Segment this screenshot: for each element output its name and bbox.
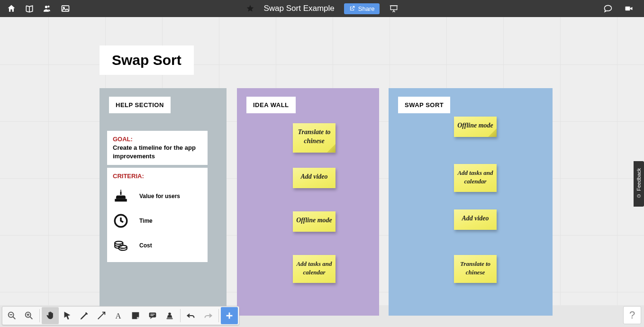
toolbar-separator [39, 309, 40, 322]
swap-sort-panel[interactable]: SWAP SORT Offline mode Add tasks and cal… [389, 88, 553, 316]
svg-rect-15 [150, 315, 153, 316]
pan-tool[interactable] [42, 307, 59, 324]
sticky-note[interactable]: Add video [293, 168, 336, 188]
redo-button[interactable] [200, 307, 217, 324]
feedback-label: Feedback [636, 168, 642, 191]
add-button[interactable] [221, 307, 238, 324]
criteria-label: Value for users [139, 193, 180, 200]
arrow-tool[interactable] [93, 307, 110, 324]
svg-rect-17 [167, 318, 173, 319]
select-tool[interactable] [59, 307, 76, 324]
svg-rect-5 [115, 199, 127, 202]
criteria-box[interactable]: CRITERIA: Value for users Time Cost [107, 168, 208, 262]
svg-point-9 [119, 245, 127, 248]
help-button[interactable]: ? [623, 306, 641, 324]
sticky-note[interactable]: Offline mode [454, 117, 497, 137]
feedback-tab[interactable]: ☺ Feedback [634, 161, 644, 207]
undo-button[interactable] [182, 307, 200, 324]
top-toolbar-left [0, 4, 70, 13]
bottom-toolbar: A [2, 306, 239, 325]
criteria-label: Cost [139, 242, 152, 249]
sticky-note[interactable]: Translate to chinese [293, 123, 336, 153]
svg-rect-1 [62, 6, 69, 11]
idea-wall-panel[interactable]: IDEA WALL Translate to chinese Add video… [237, 88, 379, 316]
present-icon[interactable] [389, 4, 399, 13]
svg-rect-6 [120, 191, 122, 195]
share-button-label: Share [358, 5, 375, 12]
swap-sort-label[interactable]: SWAP SORT [398, 97, 450, 113]
chat-icon[interactable] [603, 4, 613, 13]
comment-tool[interactable] [144, 307, 161, 324]
image-icon[interactable] [61, 4, 70, 13]
sticky-note[interactable]: Add tasks and calendar [454, 164, 497, 192]
sticky-note[interactable]: Add tasks and calendar [293, 255, 336, 283]
svg-text:A: A [116, 311, 121, 320]
board-title[interactable]: Swap Sort [100, 45, 194, 75]
help-panel-label[interactable]: HELP SECTION [109, 97, 171, 113]
goal-heading: GOAL: [113, 136, 202, 143]
cake-icon [113, 188, 129, 204]
criteria-row-value: Value for users [113, 188, 202, 204]
zoom-in-button[interactable] [20, 307, 37, 324]
zoom-out-button[interactable] [3, 307, 20, 324]
clock-icon [113, 213, 129, 229]
criteria-heading: CRITERIA: [113, 173, 202, 180]
toolbar-separator [180, 309, 181, 322]
svg-rect-3 [390, 6, 397, 9]
toolbar-separator [218, 309, 219, 322]
boards-icon[interactable] [25, 4, 34, 13]
people-icon[interactable] [43, 4, 52, 13]
sticky-tool[interactable] [127, 307, 144, 324]
stamp-tool[interactable] [161, 307, 178, 324]
svg-rect-4 [626, 7, 630, 10]
idea-wall-label[interactable]: IDEA WALL [246, 97, 296, 113]
canvas[interactable]: Swap Sort HELP SECTION GOAL: Create a ti… [0, 17, 644, 305]
text-tool[interactable]: A [110, 307, 127, 324]
sticky-note[interactable]: Translate to chinese [454, 255, 497, 283]
svg-rect-14 [150, 314, 154, 314]
svg-point-0 [45, 6, 47, 8]
svg-rect-13 [149, 313, 156, 318]
coins-icon [113, 237, 129, 254]
goal-box[interactable]: GOAL: Create a timeline for the app impr… [107, 131, 208, 165]
goal-text: Create a timeline for the app improvemen… [113, 144, 202, 160]
sticky-note[interactable]: Add video [454, 209, 497, 230]
video-icon[interactable] [624, 4, 634, 13]
share-button[interactable]: Share [344, 3, 380, 14]
top-toolbar: Swap Sort Example Share [0, 0, 644, 17]
home-icon[interactable] [7, 4, 16, 13]
criteria-row-time: Time [113, 213, 202, 229]
top-toolbar-right [603, 4, 644, 13]
criteria-row-cost: Cost [113, 237, 202, 254]
pen-tool[interactable] [76, 307, 93, 324]
svg-point-16 [168, 313, 171, 316]
help-panel[interactable]: HELP SECTION GOAL: Create a timeline for… [100, 88, 227, 316]
top-toolbar-center: Swap Sort Example Share [246, 3, 399, 14]
star-icon[interactable] [246, 4, 254, 13]
document-title[interactable]: Swap Sort Example [264, 4, 335, 13]
sticky-note[interactable]: Offline mode [293, 211, 336, 232]
criteria-label: Time [139, 218, 153, 224]
smile-icon: ☺ [635, 193, 642, 200]
svg-point-8 [115, 241, 123, 244]
